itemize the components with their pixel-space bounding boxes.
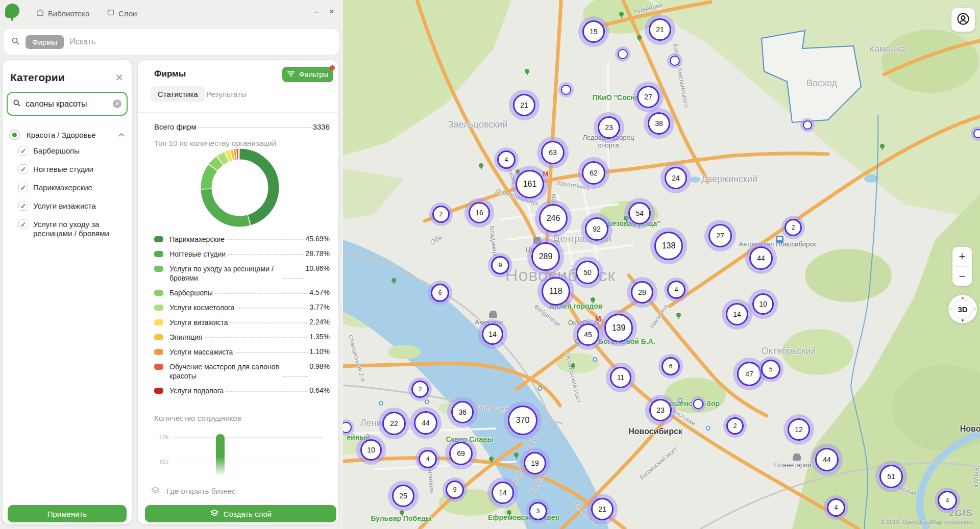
- map-cluster-marker[interactable]: 44: [815, 448, 839, 471]
- zoom-out-button[interactable]: −: [952, 267, 972, 286]
- map-cluster-marker[interactable]: 2: [785, 219, 802, 236]
- apply-button[interactable]: Применить: [8, 505, 127, 522]
- map-cluster-marker[interactable]: 27: [637, 86, 659, 108]
- map-cluster-marker[interactable]: 15: [582, 20, 605, 43]
- map-cluster-marker[interactable]: 24: [665, 167, 687, 189]
- legend-value: 2.24%: [309, 318, 330, 326]
- minimize-button[interactable]: –: [310, 5, 323, 18]
- checkbox-checked-icon[interactable]: ✓: [18, 219, 28, 229]
- map-cluster-marker[interactable]: 28: [631, 281, 653, 304]
- map-cluster-marker[interactable]: 289: [531, 242, 560, 271]
- category-checkbox-row[interactable]: ✓Услуги по уходу за ресницами / бровями: [18, 219, 127, 238]
- tab-results[interactable]: Результаты: [206, 86, 247, 102]
- map-cluster-marker[interactable]: 92: [585, 217, 608, 241]
- map-point-marker[interactable]: [670, 56, 680, 66]
- map-cluster-marker[interactable]: 45: [577, 323, 599, 346]
- tab-library[interactable]: Библиотека: [36, 6, 90, 20]
- filters-button[interactable]: Фильтры: [282, 67, 333, 82]
- map-cluster-marker[interactable]: 21: [649, 18, 671, 41]
- map-cluster-marker[interactable]: 63: [541, 141, 565, 164]
- map-cluster-marker[interactable]: 4: [667, 281, 685, 299]
- employees-histogram-slider[interactable]: 1.5k 500: [148, 429, 330, 480]
- map-cluster-marker[interactable]: 27: [708, 224, 732, 247]
- map-cluster-marker[interactable]: 161: [516, 170, 544, 198]
- create-layer-button[interactable]: Создать слой: [145, 505, 336, 522]
- map-cluster-marker[interactable]: 2: [726, 417, 744, 435]
- map-cluster-marker[interactable]: 62: [582, 161, 605, 185]
- zoom-in-button[interactable]: +: [952, 247, 972, 266]
- map-cluster-marker[interactable]: 2: [432, 206, 450, 223]
- map-cluster-marker[interactable]: 22: [382, 412, 406, 435]
- map-cluster-marker[interactable]: 11: [610, 367, 631, 388]
- map-cluster-marker[interactable]: 36: [451, 401, 474, 423]
- map-cluster-marker[interactable]: 44: [414, 411, 437, 435]
- map-cluster-marker[interactable]: 9: [491, 256, 509, 274]
- map-cluster-marker[interactable]: 25: [392, 485, 414, 507]
- category-checkbox-row[interactable]: ✓Барбершопы: [18, 146, 127, 156]
- where-to-open-business[interactable]: Где открыть бизнес: [151, 486, 236, 496]
- tab-statistics[interactable]: Статистика: [151, 86, 205, 102]
- map-cluster-marker[interactable]: 19: [524, 452, 546, 474]
- tab-layers[interactable]: Слои: [106, 6, 137, 20]
- map-cluster-marker[interactable]: 23: [598, 116, 620, 139]
- map-cluster-marker[interactable]: 10: [360, 439, 382, 461]
- global-search-input[interactable]: Фирмы Искать: [4, 29, 339, 55]
- category-checkbox-row[interactable]: ✓Ногтевые студии: [18, 164, 127, 174]
- map-cluster-marker[interactable]: 139: [604, 314, 633, 342]
- categories-close-icon[interactable]: ✕: [115, 72, 124, 83]
- map-cluster-marker[interactable]: 10: [752, 293, 774, 315]
- map-cluster-marker[interactable]: 44: [749, 246, 773, 270]
- map-cluster-marker[interactable]: 51: [879, 465, 903, 488]
- chevron-up-icon[interactable]: [118, 130, 125, 139]
- category-search-field[interactable]: салоны красоты ✕: [7, 92, 128, 116]
- checkbox-checked-icon[interactable]: ✓: [18, 201, 28, 211]
- map-cluster-marker[interactable]: 38: [648, 112, 670, 135]
- radio-selected-icon[interactable]: [9, 130, 20, 140]
- clear-search-icon[interactable]: ✕: [113, 99, 121, 108]
- checkbox-checked-icon[interactable]: ✓: [18, 183, 28, 192]
- map-cluster-marker[interactable]: 69: [449, 442, 473, 465]
- map-cluster-marker[interactable]: 2: [411, 381, 429, 398]
- map-cluster-marker[interactable]: 4: [419, 450, 437, 468]
- map-cluster-marker[interactable]: 5: [761, 360, 780, 379]
- map-cluster-marker[interactable]: 4: [497, 150, 516, 169]
- map-cluster-marker[interactable]: 6: [662, 357, 680, 375]
- category-checkbox-row[interactable]: ✓Парикмахерские: [18, 183, 127, 192]
- map-point-marker[interactable]: [973, 129, 980, 138]
- map-point-marker[interactable]: [343, 422, 352, 433]
- map-cluster-marker[interactable]: 118: [542, 277, 570, 306]
- map-point-marker[interactable]: [693, 399, 703, 409]
- map-cluster-marker[interactable]: 14: [482, 323, 503, 345]
- map-cluster-marker[interactable]: 54: [628, 202, 651, 224]
- map-cluster-marker[interactable]: 4: [827, 498, 845, 517]
- checkbox-checked-icon[interactable]: ✓: [18, 146, 28, 156]
- map-cluster-marker[interactable]: 47: [737, 362, 762, 386]
- map-cluster-marker[interactable]: 21: [591, 498, 614, 520]
- map-cluster-marker[interactable]: 370: [508, 406, 537, 435]
- map-point-marker[interactable]: [618, 49, 628, 59]
- checkbox-checked-icon[interactable]: ✓: [18, 164, 28, 174]
- map-canvas[interactable]: НовосибирскНовосибирскНоволЗаельцовскийД…: [343, 0, 980, 529]
- map-cluster-marker[interactable]: 21: [513, 94, 535, 116]
- map-cluster-marker[interactable]: 9: [446, 481, 464, 499]
- search-scope-chip[interactable]: Фирмы: [26, 35, 64, 49]
- category-group-radio[interactable]: Красота / Здоровье: [9, 129, 125, 140]
- map-cluster-marker[interactable]: 6: [431, 284, 449, 302]
- map-cluster-marker[interactable]: 3: [529, 502, 547, 520]
- map-cluster-marker[interactable]: 246: [539, 204, 568, 233]
- map-cluster-marker[interactable]: 23: [649, 399, 672, 421]
- map-cluster-marker[interactable]: 14: [492, 482, 514, 504]
- map-cluster-marker[interactable]: 12: [788, 418, 810, 441]
- map-point-marker[interactable]: [561, 85, 571, 95]
- close-button[interactable]: ×: [326, 5, 338, 18]
- compass-3d-button[interactable]: ▲ 3D ▼: [948, 295, 977, 323]
- map-cluster-marker[interactable]: 138: [654, 232, 683, 260]
- map-cluster-marker[interactable]: 14: [726, 303, 748, 325]
- category-checkbox-row[interactable]: ✓Услуги визажиста: [18, 201, 127, 211]
- 2gis-logo-icon[interactable]: [5, 4, 19, 18]
- map-point-marker[interactable]: [803, 120, 812, 130]
- account-button[interactable]: [951, 8, 975, 32]
- map-cluster-marker[interactable]: 50: [576, 261, 599, 284]
- map-cluster-marker[interactable]: 16: [469, 202, 490, 223]
- histogram-bar[interactable]: [216, 434, 225, 476]
